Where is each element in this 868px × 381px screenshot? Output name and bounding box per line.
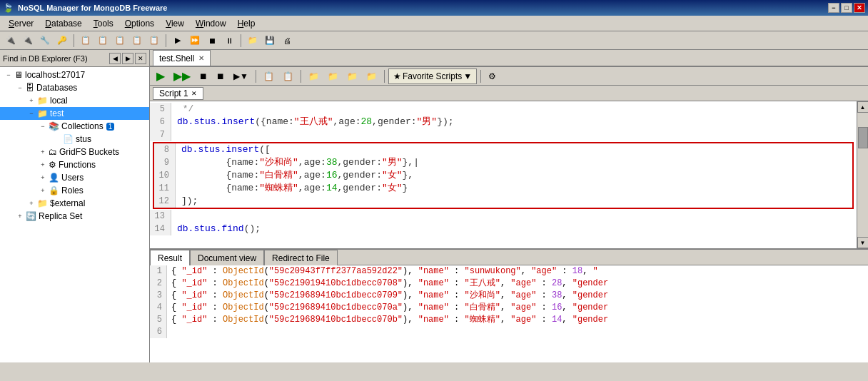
line-content-6: db.stus.insert({name:"王八戒",age:28,gender… [171,116,454,128]
result-row-4: 4 { "_id" : ObjectId("59c219689410bc1dbe… [150,302,868,314]
toolbar-btn3[interactable]: 🔧 [37,33,53,49]
tree-collections[interactable]: − 📚 Collections 1 [0,120,149,133]
script-btn1[interactable]: 📋 [260,68,278,84]
replicaset-label: Replica Set [39,211,82,221]
result-tab-redirect[interactable]: Redirect to File [264,250,338,265]
expand-users[interactable]: + [37,172,49,183]
code-line-7: 7 [150,128,857,141]
tree-gridfs[interactable]: + 🗂 GridFS Buckets [0,146,149,158]
run-all-button[interactable]: ▶▶ [170,68,194,84]
script1-close[interactable]: ✕ [191,90,197,97]
scroll-thumb[interactable] [858,127,868,148]
script-btn4[interactable]: 📁 [324,68,342,84]
expand-functions[interactable]: + [37,159,49,171]
expand-local[interactable]: + [26,95,37,106]
stop2-button[interactable]: ⏹ [213,68,228,84]
expand-replicaset[interactable]: + [14,210,26,222]
stop-button[interactable]: ⏹ [196,68,211,84]
menu-tools[interactable]: Tools [88,17,119,30]
menu-server[interactable]: Server [3,17,39,30]
find-bar-label: Find in DB Explorer (F3) [3,54,109,63]
databases-label: Databases [36,83,77,93]
line-content-10: {name:"白骨精",age:16,gender:"女"}, [176,169,413,182]
toolbar-btn7[interactable]: 📋 [112,33,128,49]
db-tree: − 🖥 localhost:27017 − 🗄 Databases + 📁 lo… [0,67,149,362]
sep3 [241,34,241,47]
tree-localhost[interactable]: − 🖥 localhost:27017 [0,68,149,81]
menu-help[interactable]: Help [232,17,261,30]
tree-stus[interactable]: 📄 stus [0,133,149,146]
toolbar-btn16[interactable]: 🖨 [279,33,295,49]
expand-localhost[interactable]: − [3,69,14,81]
stus-icon: 📄 [63,134,74,144]
script1-label: Script 1 [159,88,188,98]
sexternal-icon: 📁 [37,198,48,208]
menu-view[interactable]: View [160,17,190,30]
expand-collections[interactable]: − [37,121,49,132]
expand-test[interactable]: − [26,108,37,119]
toolbar-btn5[interactable]: 📋 [78,33,94,49]
tab-close-button[interactable]: ✕ [198,54,204,62]
toolbar-btn6[interactable]: 📋 [95,33,111,49]
close-button[interactable]: ✕ [854,3,865,13]
code-editor[interactable]: 5 */ 6 db.stus.insert({name:"王八戒",age:28… [150,101,857,248]
toolbar-btn8[interactable]: 📋 [129,33,145,49]
highlighted-block: 8 db.stus.insert([ 9 {name:"沙和尚",age:38,… [153,142,854,209]
script-sep2 [301,70,301,83]
menu-database[interactable]: Database [39,17,87,30]
script-btn2[interactable]: 📋 [279,68,297,84]
find-next-button[interactable]: ▶ [122,53,133,64]
result-area: 1 { "_id" : ObjectId("59c20943f7ff2377aa… [150,265,868,362]
script-tab-1[interactable]: Script 1 ✕ [153,87,203,100]
expand-gridfs[interactable]: + [37,146,49,158]
toolbar-btn11[interactable]: ⏩ [187,33,203,49]
tree-sexternal[interactable]: + 📁 $external [0,197,149,210]
script-btn6[interactable]: 📁 [363,68,380,84]
expand-sexternal[interactable]: + [26,198,37,209]
result-tab-result[interactable]: Result [150,250,190,265]
toolbar-disconnect[interactable]: 🔌 [20,33,36,49]
toolbar-connect[interactable]: 🔌 [3,33,19,49]
toolbar-btn15[interactable]: 💾 [262,33,278,49]
script-btn3[interactable]: 📁 [305,68,323,84]
tree-functions[interactable]: + ⚙ Functions [0,158,149,171]
menu-options[interactable]: Options [119,17,160,30]
title-bar: 🍃 NoSQL Manager for MongoDB Freeware − □… [0,0,868,16]
tree-local[interactable]: + 📁 local [0,94,149,107]
tree-users[interactable]: + 👤 Users [0,171,149,184]
tree-roles[interactable]: + 🔒 Roles [0,184,149,197]
toolbar-btn9[interactable]: 📋 [146,33,162,49]
script-btn5[interactable]: 📁 [343,68,361,84]
line-num-9: 9 [154,156,176,169]
scroll-up-button[interactable]: ▲ [857,101,869,113]
maximize-button[interactable]: □ [841,3,852,13]
result-num-6: 6 [150,326,167,338]
toolbar-btn4[interactable]: 🔑 [54,33,70,49]
scroll-track[interactable] [857,113,869,237]
menu-window[interactable]: Window [190,17,232,30]
toolbar-btn13[interactable]: ⏸ [221,33,237,49]
gridfs-label: GridFS Buckets [59,147,119,157]
toolbar-btn10[interactable]: ▶ [170,33,186,49]
toolbar-btn12[interactable]: ⏹ [204,33,220,49]
expand-databases[interactable]: − [14,82,26,93]
tree-replicaset[interactable]: + 🔄 Replica Set [0,210,149,223]
minimize-button[interactable]: − [828,3,839,13]
scroll-down-button[interactable]: ▼ [857,237,869,248]
right-panel: test.Shell ✕ ▶ ▶▶ ⏹ ⏹ ▶▼ 📋 📋 📁 📁 📁 📁 ★ F… [150,50,868,362]
localhost-label: localhost:27017 [25,70,85,80]
tree-test[interactable]: − 📁 test [0,107,149,120]
expand-roles[interactable]: + [37,185,49,196]
tab-test-shell[interactable]: test.Shell ✕ [153,50,211,66]
toolbar-btn14[interactable]: 📁 [245,33,261,49]
script-settings[interactable]: ⚙ [485,68,500,84]
result-num-1: 1 [150,265,167,278]
find-close-button[interactable]: ✕ [135,53,146,64]
run-with-dropdown[interactable]: ▶▼ [230,68,252,84]
result-tab-document[interactable]: Document view [190,250,264,265]
favorite-scripts-button[interactable]: ★ Favorite Scripts ▼ [388,68,477,84]
run-button[interactable]: ▶ [153,68,168,84]
code-scrollbar[interactable]: ▲ ▼ [857,101,868,248]
tree-databases[interactable]: − 🗄 Databases [0,81,149,94]
find-prev-button[interactable]: ◀ [109,53,121,64]
